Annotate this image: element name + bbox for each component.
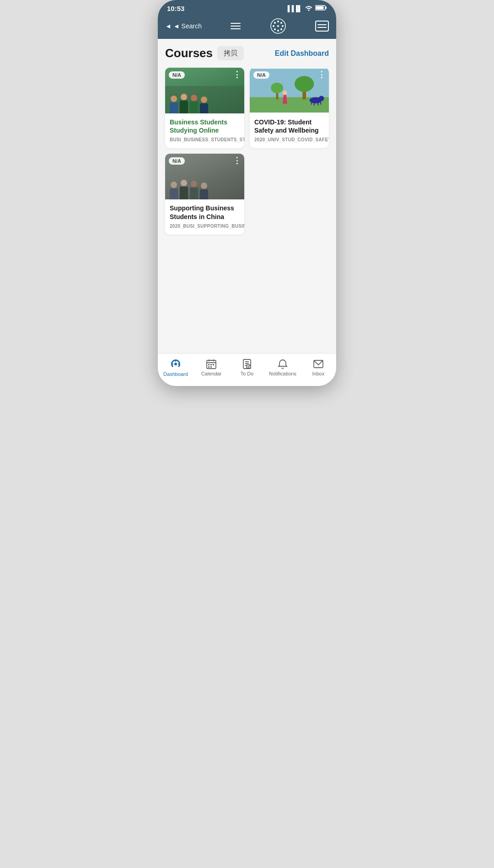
hamburger-line-1 bbox=[231, 23, 241, 24]
course-3-name: Supporting Business Students in China bbox=[170, 204, 240, 220]
todo-icon bbox=[242, 359, 252, 370]
course-card-2[interactable]: N/A ⋮ COVID-19: Student Safety and Wellb… bbox=[250, 68, 329, 148]
svg-point-22 bbox=[319, 96, 324, 102]
course-thumb-2: N/A ⋮ bbox=[250, 68, 329, 113]
course-2-code: 2020_UNIV_STUD_COVID_SAFETY_WELLB_EC bbox=[254, 137, 324, 143]
course-thumb-3: N/A ⋮ bbox=[165, 154, 244, 199]
status-time: 10:53 bbox=[167, 5, 184, 12]
wifi-icon bbox=[305, 5, 313, 12]
course-3-more-button[interactable]: ⋮ bbox=[233, 156, 242, 165]
svg-rect-1 bbox=[316, 6, 324, 10]
svg-point-7 bbox=[273, 25, 274, 27]
course-2-more-button[interactable]: ⋮ bbox=[317, 70, 326, 79]
hamburger-line-2 bbox=[231, 26, 241, 27]
svg-point-27 bbox=[174, 363, 177, 365]
svg-rect-37 bbox=[213, 364, 214, 365]
battery-icon bbox=[315, 5, 327, 12]
course-card-3[interactable]: N/A ⋮ Supporting Business Students in Ch… bbox=[165, 154, 244, 234]
svg-point-6 bbox=[277, 30, 279, 32]
inbox-icon bbox=[313, 359, 324, 370]
back-search: ◄ ◄ Search bbox=[165, 22, 202, 30]
svg-rect-36 bbox=[210, 364, 212, 365]
courses-header: Courses 拷贝 Edit Dashboard bbox=[165, 46, 329, 60]
nav-item-calendar[interactable]: Calendar bbox=[193, 359, 229, 376]
course-thumb-1: N/A ⋮ bbox=[165, 68, 244, 113]
svg-point-19 bbox=[283, 91, 287, 95]
copy-button[interactable]: 拷贝 bbox=[217, 46, 244, 60]
svg-point-9 bbox=[274, 22, 276, 24]
svg-rect-38 bbox=[208, 366, 209, 368]
course-3-info: Supporting Business Students in China 20… bbox=[165, 199, 244, 234]
status-bar: 10:53 ▐▐▐▌ bbox=[158, 0, 336, 15]
course-1-more-button[interactable]: ⋮ bbox=[233, 70, 242, 79]
dashboard-icon bbox=[170, 358, 182, 370]
svg-point-4 bbox=[277, 25, 279, 27]
course-3-code: 2020_BUSI_SUPPORTING_BUSINESS_STUDENTS_S… bbox=[170, 223, 240, 229]
main-content: Courses 拷贝 Edit Dashboard bbox=[158, 39, 336, 353]
layout-button[interactable] bbox=[315, 21, 329, 32]
phone-frame: 10:53 ▐▐▐▌ ◄ ◄ Search bbox=[158, 0, 336, 386]
nav-label-calendar: Calendar bbox=[201, 371, 222, 376]
signal-icon: ▐▐▐▌ bbox=[285, 5, 302, 12]
svg-rect-39 bbox=[210, 366, 212, 368]
nav-item-dashboard[interactable]: Dashboard bbox=[158, 358, 193, 377]
search-label: ◄ Search bbox=[173, 22, 202, 30]
svg-point-5 bbox=[277, 21, 279, 22]
svg-point-11 bbox=[274, 28, 276, 30]
nav-label-todo: To Do bbox=[241, 371, 254, 376]
nav-label-dashboard: Dashboard bbox=[163, 371, 188, 377]
courses-header-left: Courses 拷贝 bbox=[165, 46, 244, 60]
svg-point-18 bbox=[271, 83, 283, 93]
svg-point-12 bbox=[280, 28, 282, 30]
calendar-icon bbox=[206, 359, 217, 370]
course-1-info: Business Students Studying Online BUSI_B… bbox=[165, 113, 244, 148]
nav-label-notifications: Notifications bbox=[269, 371, 296, 376]
hamburger-button[interactable] bbox=[231, 23, 241, 29]
course-2-info: COVID-19: Student Safety and Wellbeing 2… bbox=[250, 113, 329, 148]
nav-item-inbox[interactable]: Inbox bbox=[301, 359, 336, 376]
status-left: 10:53 bbox=[167, 5, 184, 12]
courses-title: Courses bbox=[165, 46, 213, 60]
nav-item-notifications[interactable]: Notifications bbox=[265, 359, 301, 376]
app-logo-icon bbox=[270, 18, 286, 34]
svg-rect-2 bbox=[326, 7, 327, 9]
layout-line-2 bbox=[317, 27, 327, 28]
nav-item-todo[interactable]: To Do bbox=[229, 359, 265, 376]
course-2-name: COVID-19: Student Safety and Wellbeing bbox=[254, 118, 324, 134]
layout-line-1 bbox=[317, 24, 327, 25]
nav-label-inbox: Inbox bbox=[312, 371, 325, 376]
back-arrow-icon: ◄ bbox=[165, 22, 172, 30]
bottom-nav: Dashboard Calendar bbox=[158, 353, 336, 386]
svg-point-8 bbox=[282, 25, 284, 27]
notifications-icon bbox=[277, 359, 288, 370]
course-1-badge: N/A bbox=[169, 71, 185, 79]
courses-grid: N/A ⋮ Business Students Studying Online … bbox=[165, 68, 329, 235]
course-1-name: Business Students Studying Online bbox=[170, 118, 240, 134]
edit-dashboard-button[interactable]: Edit Dashboard bbox=[275, 49, 329, 58]
course-card-1[interactable]: N/A ⋮ Business Students Studying Online … bbox=[165, 68, 244, 148]
course-2-badge: N/A bbox=[253, 71, 269, 79]
svg-rect-35 bbox=[208, 364, 209, 365]
course-1-code: BUSI_BUSINESS_STUDENTS_STUDYING_ONLINE_E… bbox=[170, 137, 240, 143]
status-icons: ▐▐▐▌ bbox=[285, 5, 327, 12]
svg-point-10 bbox=[280, 22, 282, 24]
svg-point-16 bbox=[295, 76, 314, 92]
hamburger-line-3 bbox=[231, 28, 241, 29]
nav-bar: ◄ ◄ Search bbox=[158, 15, 336, 39]
course-3-badge: N/A bbox=[169, 157, 185, 165]
